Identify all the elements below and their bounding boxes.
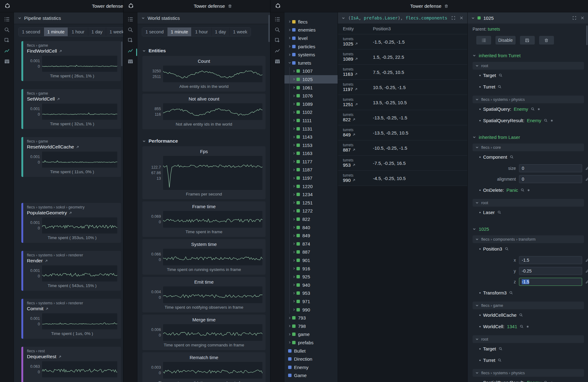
tree-item[interactable]: 1272 <box>284 207 338 215</box>
stat-name-link[interactable]: FindWorldCell <box>27 48 117 54</box>
chevron-down-icon[interactable] <box>18 16 21 20</box>
magnifier-icon[interactable] <box>521 188 525 192</box>
chevron-right-icon[interactable] <box>292 119 296 122</box>
magnifier-icon[interactable] <box>509 291 513 295</box>
component-group-header[interactable]: root <box>473 199 584 207</box>
search-icon[interactable] <box>275 27 280 33</box>
tree-item[interactable]: 1089 <box>284 100 338 108</box>
inspector-section-header[interactable]: inherited from Laser <box>473 134 584 140</box>
chevron-right-icon[interactable] <box>288 28 292 32</box>
magnifier-icon[interactable] <box>531 107 535 111</box>
chevron-right-icon[interactable] <box>288 324 292 328</box>
magnifier-icon[interactable] <box>519 313 523 317</box>
tree-item[interactable]: 822 <box>284 215 338 223</box>
tree-item[interactable]: 1061 <box>284 84 338 92</box>
trash-icon[interactable] <box>444 4 448 8</box>
field-input-alignment[interactable]: 0 <box>519 175 582 183</box>
component-row[interactable]: WorldCell:1341 <box>473 321 584 332</box>
query-result-row[interactable]: turrets887-10.5, -0.25, -1.5 <box>338 140 467 156</box>
chevron-right-icon[interactable] <box>292 308 296 311</box>
component-row[interactable]: Laser <box>473 207 584 218</box>
query-result-row[interactable]: turrets953-7.5, -0.25, 16.5 <box>338 156 467 171</box>
stat-name-link[interactable]: DequeueRest <box>27 354 117 359</box>
stat-name-link[interactable]: Commit <box>27 306 117 311</box>
tree-item[interactable]: 1220 <box>284 182 338 191</box>
field-input-x[interactable]: -1.5 <box>519 256 582 264</box>
tree-item[interactable]: flecs <box>284 18 338 26</box>
chevron-right-icon[interactable] <box>292 283 296 286</box>
tree-item[interactable]: 1025 <box>284 75 338 84</box>
component-row[interactable]: WorldCellCache <box>473 309 584 321</box>
entity-id-link[interactable]: 1163 <box>343 71 373 77</box>
field-input-y[interactable]: -0.25 <box>519 267 582 275</box>
time-range-1-day[interactable]: 1 day <box>88 28 106 36</box>
chevron-down-icon[interactable] <box>288 61 292 64</box>
tree-item[interactable]: 1187 <box>284 166 338 174</box>
pencil-icon[interactable] <box>585 269 588 273</box>
stat-name-link[interactable]: Render <box>27 258 117 264</box>
tree-item[interactable]: 1007 <box>284 67 338 75</box>
chevron-right-icon[interactable] <box>288 316 292 320</box>
component-row[interactable]: SpatialQueryResult:Enemy <box>473 115 584 126</box>
pencil-icon[interactable] <box>585 166 588 170</box>
chevron-right-icon[interactable] <box>292 111 296 114</box>
tree-item[interactable]: Health <box>284 380 338 382</box>
chevron-right-icon[interactable] <box>288 333 292 336</box>
tree-item[interactable]: 990 <box>284 306 338 314</box>
tree-item[interactable]: 971 <box>284 297 338 306</box>
entity-id-link[interactable]: 1197 <box>343 87 373 92</box>
chevron-right-icon[interactable] <box>288 341 292 344</box>
query-result-row[interactable]: turrets1025-1.5, -0.25, -1.5 <box>338 34 467 49</box>
inspect-icon[interactable] <box>275 37 280 43</box>
chevron-right-icon[interactable] <box>292 78 296 81</box>
magnifier-icon[interactable] <box>544 118 548 122</box>
query-result-row[interactable]: turrets849-13.5, -0.25, 10.5 <box>338 125 467 140</box>
time-range-1-hour[interactable]: 1 hour <box>192 28 211 36</box>
chevron-right-icon[interactable] <box>292 259 296 262</box>
close-icon[interactable] <box>580 16 585 20</box>
chevron-right-icon[interactable] <box>292 86 296 89</box>
chevron-right-icon[interactable] <box>288 53 292 56</box>
inspector-section-header[interactable]: inherited from Turret <box>473 52 584 59</box>
inspect-icon[interactable] <box>4 37 10 43</box>
chevron-right-icon[interactable] <box>292 193 296 196</box>
tree-item[interactable]: Game <box>284 371 338 380</box>
entity-id-link[interactable]: 1089 <box>343 56 373 62</box>
tree-view-icon[interactable] <box>128 16 133 22</box>
tree-item[interactable]: particles <box>284 42 338 51</box>
save-button[interactable] <box>520 36 535 45</box>
tree-item[interactable]: 1234 <box>284 190 338 199</box>
tree-item[interactable]: 953 <box>284 289 338 298</box>
query-input[interactable]: (IsA, prefabs.Laser), flecs.components <box>348 15 447 20</box>
magnifier-icon[interactable] <box>499 347 503 351</box>
entity-id-link[interactable]: 1025 <box>343 41 373 47</box>
expand-icon[interactable] <box>451 16 456 20</box>
tree-item[interactable]: 840 <box>284 223 338 232</box>
tree-item[interactable]: turrets <box>284 59 338 67</box>
chevron-right-icon[interactable] <box>292 135 296 139</box>
scrollbar-thumb[interactable] <box>586 25 588 45</box>
chevron-right-icon[interactable] <box>292 242 296 245</box>
section-header-entities[interactable]: Entities <box>142 48 266 54</box>
magnifier-icon[interactable] <box>498 85 502 89</box>
query-result-row[interactable]: turrets119710.5, -0.25, -1.5 <box>338 80 467 95</box>
tree-item[interactable]: 901 <box>284 256 338 264</box>
component-group-header[interactable]: flecs › game <box>473 302 584 309</box>
component-row[interactable]: SpatialQueryResult:Enemy <box>473 377 584 382</box>
search-icon[interactable] <box>4 27 10 33</box>
chevron-right-icon[interactable] <box>292 275 296 278</box>
field-input-z[interactable]: -1.5 <box>519 278 582 286</box>
chevron-right-icon[interactable] <box>292 70 296 73</box>
chevron-down-icon[interactable] <box>342 16 345 20</box>
chevron-right-icon[interactable] <box>292 185 296 188</box>
time-range-1-second[interactable]: 1 second <box>19 28 44 36</box>
component-row[interactable]: Component <box>473 151 584 163</box>
tree-item[interactable]: 1111 <box>284 116 338 125</box>
component-row[interactable]: Transform3 <box>473 287 584 298</box>
trash-icon[interactable] <box>228 4 232 8</box>
magnifier-icon[interactable] <box>505 247 509 251</box>
table-icon[interactable] <box>4 58 10 64</box>
disable-button[interactable]: Disable <box>495 36 516 45</box>
table-icon[interactable] <box>128 58 133 64</box>
chevron-right-icon[interactable] <box>292 234 296 237</box>
